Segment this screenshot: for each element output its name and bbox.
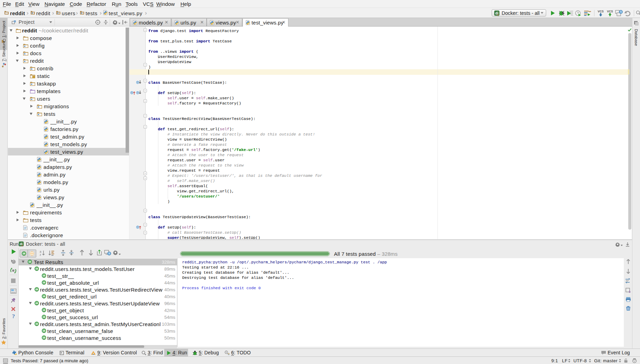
svg-text:z: z (40, 253, 41, 256)
svg-text:?: ? (12, 313, 15, 319)
svg-text:di: di (495, 11, 499, 15)
svg-text:VCS: VCS (598, 10, 604, 13)
svg-text:VCS: VCS (607, 10, 613, 13)
